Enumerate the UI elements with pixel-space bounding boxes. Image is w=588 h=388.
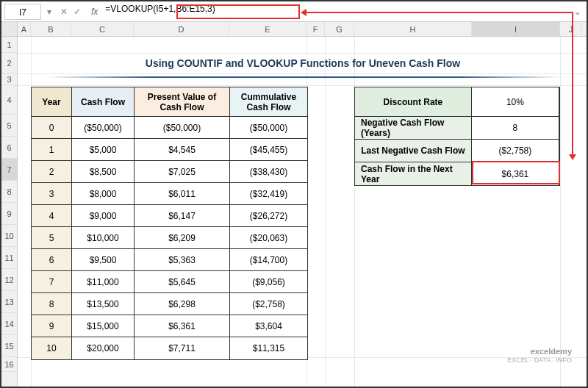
row-header[interactable]: 6 (1, 137, 17, 159)
header-cashflow[interactable]: Cash Flow (72, 87, 135, 117)
last-neg-label[interactable]: Last Negative Cash Flow (355, 140, 472, 162)
cell-cum[interactable]: ($50,000) (230, 117, 307, 139)
cell-cash[interactable]: $9,500 (72, 249, 135, 271)
col-header[interactable]: E (229, 22, 306, 36)
row-header[interactable]: 10 (1, 225, 17, 247)
cell-year[interactable]: 1 (32, 139, 72, 161)
cell-cash[interactable]: $20,000 (72, 337, 135, 359)
cell-cash[interactable]: $10,000 (72, 227, 135, 249)
name-box[interactable]: I7 (4, 4, 41, 20)
next-cf-value[interactable]: $6,361 (472, 162, 559, 185)
last-neg-value[interactable]: ($2,758) (472, 140, 559, 162)
row-header[interactable]: 16 (1, 357, 17, 372)
cell-year[interactable]: 5 (32, 227, 72, 249)
cell-year[interactable]: 7 (32, 271, 72, 293)
cell-year[interactable]: 3 (32, 183, 72, 205)
cell-year[interactable]: 8 (32, 293, 72, 315)
cell-cum[interactable]: ($26,272) (230, 205, 307, 227)
cell-cum[interactable]: $3,604 (230, 315, 307, 337)
cell-pv[interactable]: $6,298 (135, 293, 230, 315)
cell-pv[interactable]: $6,011 (135, 183, 230, 205)
cell-year[interactable]: 2 (32, 161, 72, 183)
neg-years-label[interactable]: Negative Cash Flow (Years) (355, 117, 472, 140)
name-box-dropdown-icon[interactable]: ▾ (44, 7, 54, 17)
formula-expand-icon[interactable]: ⌄ (572, 7, 584, 17)
select-all-corner[interactable] (1, 22, 17, 37)
table-row: 2$8,500$7,025($38,430) (32, 161, 307, 183)
cell-cum[interactable]: ($45,455) (230, 139, 307, 161)
cell-pv[interactable]: $7,025 (135, 161, 230, 183)
row-header[interactable]: 4 (1, 85, 17, 115)
col-header[interactable]: I (472, 22, 560, 36)
table-row: 6$9,500$5,363($14,700) (32, 249, 307, 271)
cell-cash[interactable]: $11,000 (72, 271, 135, 293)
confirm-icon[interactable]: ✓ (74, 7, 81, 17)
header-pv[interactable]: Present Value of Cash Flow (135, 87, 230, 117)
discount-rate-label[interactable]: Discount Rate (355, 87, 472, 117)
col-header[interactable]: J (560, 22, 582, 36)
cell-cash[interactable]: $8,000 (72, 183, 135, 205)
col-header[interactable]: C (71, 22, 134, 36)
cell-cum[interactable]: ($20,063) (230, 227, 307, 249)
col-header[interactable]: A (18, 22, 31, 36)
header-cum[interactable]: Cummulative Cash Flow (230, 87, 307, 117)
cell-cash[interactable]: $13,500 (72, 293, 135, 315)
row-headers: 1 2 3 4 5 6 7 8 9 10 11 12 13 14 15 16 (1, 22, 18, 387)
row-header[interactable]: 3 (1, 73, 17, 85)
cell-cash[interactable]: $5,000 (72, 139, 135, 161)
cell-pv[interactable]: $6,209 (135, 227, 230, 249)
row-header[interactable]: 9 (1, 203, 17, 225)
cell-year[interactable]: 4 (32, 205, 72, 227)
cell-cum[interactable]: ($38,430) (230, 161, 307, 183)
cell-cash[interactable]: ($50,000) (72, 117, 135, 139)
cell-pv[interactable]: $5,363 (135, 249, 230, 271)
row-header[interactable]: 14 (1, 313, 17, 335)
cell-pv[interactable]: $4,545 (135, 139, 230, 161)
col-header[interactable]: G (325, 22, 354, 36)
cell-cum[interactable]: ($9,056) (230, 271, 307, 293)
table-row: 10$20,000$7,711$11,315 (32, 337, 307, 359)
row-header[interactable]: 8 (1, 181, 17, 203)
watermark-tag: EXCEL · DATA · INFO (507, 356, 572, 364)
cell-cum[interactable]: ($2,758) (230, 293, 307, 315)
cell-cash[interactable]: $9,000 (72, 205, 135, 227)
cell-year[interactable]: 6 (32, 249, 72, 271)
cell-pv[interactable]: $5,645 (135, 271, 230, 293)
table-row: 8$13,500$6,298($2,758) (32, 293, 307, 315)
col-header[interactable]: H (354, 22, 472, 36)
row-header[interactable]: 15 (1, 335, 17, 357)
discount-rate-value[interactable]: 10% (472, 87, 559, 117)
neg-years-value[interactable]: 8 (472, 117, 559, 140)
row-header[interactable]: 12 (1, 269, 17, 291)
cell-cum[interactable]: ($32,419) (230, 183, 307, 205)
cell-year[interactable]: 9 (32, 315, 72, 337)
row-header[interactable]: 7 (1, 159, 17, 181)
col-header[interactable]: B (31, 22, 71, 36)
annotation-arrow-vertical (572, 12, 573, 159)
cell-cum[interactable]: $11,315 (230, 337, 307, 359)
cell-pv[interactable]: $6,147 (135, 205, 230, 227)
row-header[interactable]: 11 (1, 247, 17, 269)
next-cf-label[interactable]: Cash Flow in the Next Year (355, 162, 472, 185)
grid-area[interactable]: A B C D E F G H I J Using COUNTIF and VL… (18, 22, 587, 387)
watermark: exceldemy EXCEL · DATA · INFO (507, 347, 572, 364)
row-header[interactable]: 13 (1, 291, 17, 313)
header-year[interactable]: Year (32, 87, 72, 117)
cell-pv[interactable]: $7,711 (135, 337, 230, 359)
col-header[interactable]: D (134, 22, 229, 36)
summary-row: Last Negative Cash Flow ($2,758) (355, 140, 559, 162)
row-header[interactable]: 1 (1, 37, 17, 53)
cell-cash[interactable]: $15,000 (72, 315, 135, 337)
cell-pv[interactable]: ($50,000) (135, 117, 230, 139)
row-header[interactable]: 2 (1, 53, 17, 73)
cell-year[interactable]: 10 (32, 337, 72, 359)
cell-pv[interactable]: $6,361 (135, 315, 230, 337)
cancel-icon[interactable]: ✕ (60, 7, 68, 17)
cell-cash[interactable]: $8,500 (72, 161, 135, 183)
summary-row: Discount Rate 10% (355, 87, 559, 117)
cell-year[interactable]: 0 (32, 117, 72, 139)
cell-cum[interactable]: ($14,700) (230, 249, 307, 271)
fx-icon[interactable]: fx (87, 7, 102, 17)
row-header[interactable]: 5 (1, 115, 17, 137)
col-header[interactable]: F (306, 22, 325, 36)
